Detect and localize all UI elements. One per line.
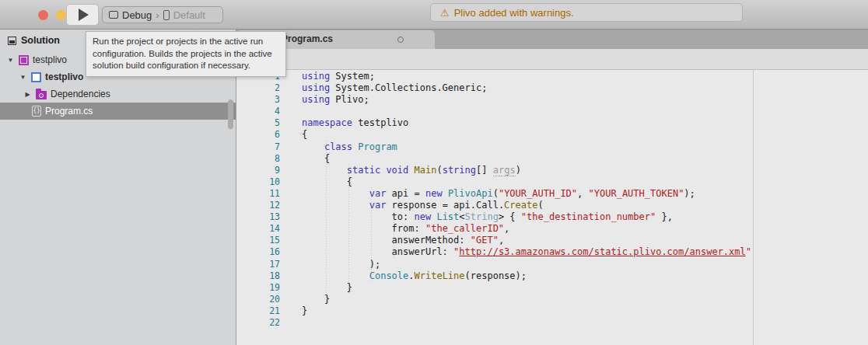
code-text: class Program <box>302 141 397 153</box>
line-number: 14 <box>236 223 280 235</box>
code-text: } <box>302 282 352 294</box>
line-number: 3 <box>236 94 280 106</box>
sidebar-item-label: testplivo <box>33 54 67 65</box>
code-line[interactable]: 5namespace testplivo <box>236 117 868 129</box>
line-number: 17 <box>236 259 280 270</box>
code-text: ); <box>302 259 380 270</box>
breadcrumb[interactable]: n <box>236 49 868 70</box>
line-number: 20 <box>236 294 280 305</box>
line-number: 11 <box>236 188 280 200</box>
code-line[interactable]: 6{ <box>236 129 868 141</box>
code-line[interactable]: 10 { <box>236 176 868 188</box>
line-number: 7 <box>236 141 280 153</box>
window-minimize-button[interactable] <box>56 10 66 20</box>
line-number: 15 <box>236 235 280 246</box>
code-text: { <box>302 176 352 188</box>
code-line[interactable]: 8 { <box>236 153 868 165</box>
code-text: namespace testplivo <box>302 117 408 129</box>
line-number: 13 <box>236 211 280 223</box>
toolbar: Debug › Default ⚠ Plivo added with warni… <box>0 0 868 30</box>
code-line[interactable]: 11 var api = new PlivoApi("YOUR_AUTH_ID"… <box>236 188 868 200</box>
line-number: 6 <box>236 129 280 141</box>
code-line[interactable]: 22 <box>236 317 868 329</box>
code-text: Console.WriteLine(response); <box>302 270 527 282</box>
deps-icon <box>36 91 47 99</box>
sidebar-scrollbar-thumb[interactable] <box>228 99 233 129</box>
csfile-icon: {} <box>32 106 41 117</box>
solution-icon <box>19 55 29 65</box>
code-text: from: "the_callerID", <box>302 223 509 235</box>
code-line[interactable]: 2using System.Collections.Generic; <box>236 82 868 94</box>
sidebar-item-label: Program.cs <box>45 106 93 117</box>
line-number: 5 <box>236 117 280 129</box>
tab-label: Program.cs <box>282 33 333 44</box>
line-number: 22 <box>236 317 280 329</box>
sidebar-item-label: testplivo <box>45 71 83 82</box>
code-text: using Plivo; <box>302 94 369 106</box>
code-line[interactable]: 3using Plivo; <box>236 94 868 106</box>
code-text: using System; <box>302 71 375 82</box>
code-text: to: new List<String> { "the_destination_… <box>302 211 673 223</box>
project-icon <box>31 72 41 82</box>
code-line[interactable]: 18 Console.WriteLine(response); <box>236 270 868 282</box>
line-number: 9 <box>236 165 280 176</box>
tooltip-line: configuration. Builds the projects in th… <box>93 48 279 61</box>
tooltip-line: solution build configuration if necessar… <box>93 60 279 72</box>
code-editor[interactable]: 1using System;2using System.Collections.… <box>236 70 868 345</box>
code-text: using System.Collections.Generic; <box>302 82 487 94</box>
sidebar-item-dependencies[interactable]: ▶Dependencies <box>0 85 236 103</box>
window-close-button[interactable] <box>38 10 48 20</box>
tab-bar: Program.cs <box>236 30 868 49</box>
code-line[interactable]: 14 from: "the_callerID", <box>236 223 868 235</box>
solution-pad-title: Solution <box>21 35 60 46</box>
code-text: static void Main(string[] args) <box>302 165 521 176</box>
line-number: 16 <box>236 246 280 258</box>
code-line[interactable]: 12 var response = api.Call.Create( <box>236 200 868 211</box>
editor-column: Program.cs n 1using System;2using System… <box>236 30 868 345</box>
code-line[interactable]: 15 answerMethod: "GET", <box>236 235 868 246</box>
tooltip-line: Run the project or projects in the activ… <box>93 36 279 48</box>
solution-pad-icon <box>8 37 16 45</box>
device-icon <box>163 10 170 20</box>
expander-right-icon[interactable]: ▶ <box>23 91 32 98</box>
line-number: 19 <box>236 282 280 294</box>
run-configuration-selector[interactable]: Debug › Default <box>102 6 223 23</box>
play-icon <box>79 9 89 21</box>
warning-triangle-icon: ⚠ <box>440 8 450 18</box>
code-line[interactable]: 13 to: new List<String> { "the_destinati… <box>236 211 868 223</box>
code-text: } <box>302 305 307 317</box>
code-line[interactable]: 20 } <box>236 294 868 305</box>
code-line[interactable]: 1using System; <box>236 71 868 82</box>
status-message: Plivo added with warnings. <box>454 7 574 19</box>
line-number: 4 <box>236 106 280 117</box>
code-text: answerUrl: "http://s3.amazonaws.com/stat… <box>302 246 751 258</box>
sidebar-item-label: Dependencies <box>51 89 110 99</box>
line-number: 10 <box>236 176 280 188</box>
code-line[interactable]: 21} <box>236 305 868 317</box>
expander-down-icon[interactable]: ▼ <box>19 74 27 81</box>
run-button[interactable] <box>66 4 99 26</box>
code-line[interactable]: 19 } <box>236 282 868 294</box>
code-text: var response = api.Call.Create( <box>302 200 544 211</box>
sidebar-item-program-cs[interactable]: {}Program.cs <box>0 103 236 120</box>
config-target-label: Default <box>173 9 205 21</box>
code-line[interactable]: 4 <box>236 106 868 117</box>
run-button-tooltip: Run the project or projects in the activ… <box>86 31 286 77</box>
code-text: { <box>302 153 330 165</box>
line-number: 8 <box>236 153 280 165</box>
config-project-label: Debug <box>122 9 152 21</box>
line-number: 18 <box>236 270 280 282</box>
line-number: 21 <box>236 305 280 317</box>
code-line[interactable]: 16 answerUrl: "http://s3.amazonaws.com/s… <box>236 246 868 258</box>
project-config-icon <box>109 11 118 19</box>
code-line[interactable]: 17 ); <box>236 259 868 270</box>
expander-down-icon[interactable]: ▼ <box>6 57 15 64</box>
line-number: 2 <box>236 82 280 94</box>
chevron-right-icon: › <box>156 9 159 21</box>
solution-pad: Solution ▼testplivo▼testplivo▶Dependenci… <box>0 30 236 345</box>
code-line[interactable]: 7 class Program <box>236 141 868 153</box>
line-number: 12 <box>236 200 280 211</box>
status-bar[interactable]: ⚠ Plivo added with warnings. <box>430 3 743 22</box>
code-line[interactable]: 9 static void Main(string[] args) <box>236 165 868 176</box>
modified-indicator-icon[interactable] <box>397 37 404 43</box>
